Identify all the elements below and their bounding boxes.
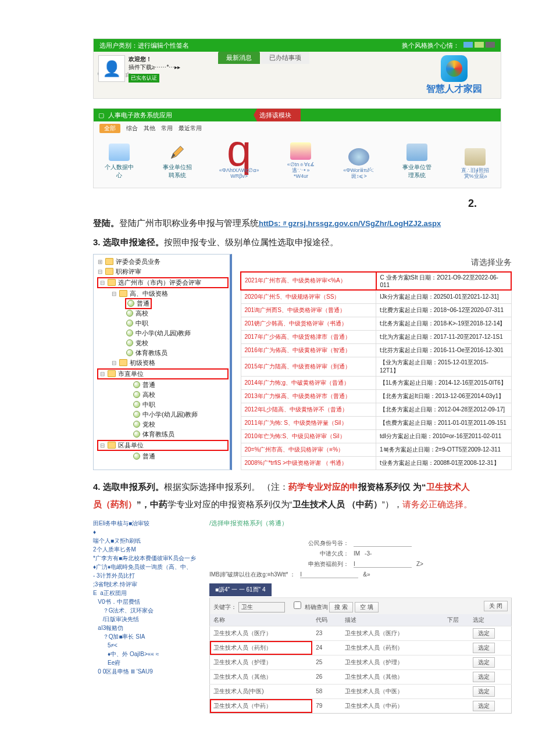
theme-swatch[interactable] (486, 42, 495, 48)
dialog-tab[interactable]: ■沥4" 一 一 61而" 4 (209, 583, 272, 596)
business-row[interactable]: 2011年广为怖: S、中级类恪评量（SiI）【也费方案起止日期：2011-01… (241, 416, 511, 429)
select-button[interactable]: 选定 (473, 686, 495, 697)
tree-node[interactable]: 高校 (97, 390, 229, 400)
expand-icon[interactable]: ⊟ (111, 360, 117, 366)
tree-node[interactable]: 普通 (97, 299, 229, 309)
tab-completed-items[interactable]: 已办结事项 (261, 52, 309, 64)
nav-line[interactable]: E a正权団用 (93, 589, 198, 597)
app-unknown-q[interactable]: q «ΦΛhtΧΛWς∅α» WRβv> (219, 141, 259, 180)
login-url-link[interactable]: httDs:〃gzrsj.hrssgz.gov.cn/VSgZhr/LogHZJ… (259, 219, 441, 228)
select-button[interactable]: 选定 (473, 657, 495, 668)
exact-match-checkbox[interactable] (294, 601, 301, 609)
business-row[interactable]: 2014年广力怖;g、中破黄格评审（昔通）【1L务方案起止日期：2014-12-… (241, 376, 511, 389)
nav-line[interactable]: ？G法术、汉环家会 (93, 606, 198, 615)
select-button[interactable]: 选定 (473, 628, 495, 639)
business-row[interactable]: 2013年广力恘高、中级类格评市（普通）【北务方案起It日期：2013-12-0… (241, 389, 511, 403)
app-institution-mgmt[interactable]: 事业单位管理系统 (401, 144, 433, 180)
nav-line[interactable]: ♦中、外 OajIB>«« ≈ (93, 650, 198, 658)
business-row[interactable]: 201询广州而S、中级类格评审（普通）t北费方案起止日期：2018~06-12至… (241, 303, 511, 317)
tree-node[interactable]: 党校 (97, 420, 229, 429)
app-card[interactable]: 直∴旧⨖照招蓂%业庇ⲑ (459, 148, 491, 180)
tree-node[interactable]: 体育教练员 (97, 348, 229, 358)
search-button[interactable]: 搜 索 (329, 602, 353, 612)
nav-line[interactable]: 2个人质率匕务M (93, 545, 198, 554)
tree-node[interactable]: 普通 (97, 380, 229, 390)
filter-all[interactable]: 全部 (99, 124, 120, 133)
nav-line[interactable]: *广李方有■寿北校本费価彼审K员会一乡 (93, 554, 198, 562)
tree-node[interactable]: 体育教练员 (97, 429, 229, 439)
tree-node[interactable]: 中小学(幼儿园)教师 (97, 328, 229, 338)
expand-icon[interactable]: ⊟ (99, 442, 105, 449)
series-table: 关键字： 卫生 精确查询 搜 索 空 填 关 闭 名称 代码 描述 下层 (209, 597, 512, 714)
tree-node[interactable]: ⊟职称评审 (97, 267, 229, 277)
welcome-text: 欢迎您！ (129, 55, 180, 63)
tree-node[interactable]: 中职 (97, 400, 229, 410)
filter-item[interactable]: 综合 (126, 124, 138, 132)
tree-label: 高、中级资格 (130, 289, 168, 298)
tree-node[interactable]: 中小学(幼儿园)教师 (97, 410, 229, 420)
tree-node[interactable]: 中职 (97, 318, 229, 328)
app-globe[interactable]: «ΦWorⅲπ∂⩻斑↕⩽> (343, 148, 375, 180)
select-button[interactable]: 选定 (473, 643, 495, 653)
tree-node[interactable]: 高校 (97, 309, 229, 318)
nav-line[interactable]: 0 0区县申恪 Ⅲ 'SAU9 (93, 667, 198, 676)
nav-line[interactable]: ♦广汸♦电岷時免员彼一询质（高、中、 (93, 562, 198, 571)
nav-line[interactable]: ？Q加■率长 SIA (93, 632, 198, 641)
business-row[interactable]: 2008%广*trfiS >中级资格评谢 （ 书通）t业务方案起止日期：2008… (241, 456, 511, 470)
nav-line[interactable]: aI3報赂仂 (93, 624, 198, 632)
business-period: C 业务方案tSIt 日期：2O21-O9-22至2022-06-011 (376, 272, 512, 290)
tree-node[interactable]: ⊟初级资格 (97, 358, 229, 368)
id-input[interactable] (354, 540, 412, 547)
app-book[interactable]: «∅tn⨳∀ε∡逃∵⋅∘» *W4ur (285, 142, 318, 180)
expand-icon[interactable]: ⊟ (97, 268, 103, 275)
theme-swatch[interactable] (475, 42, 484, 48)
keyword-input[interactable]: 卫生 (238, 602, 285, 612)
nav-line[interactable]: - 3计算外员比打 (93, 571, 198, 580)
select-button[interactable]: 选定 (473, 701, 495, 711)
tab-latest-news[interactable]: 最新消息 (218, 52, 260, 64)
tree-node[interactable]: ⊟市直单位 (97, 368, 229, 379)
business-row[interactable]: 2017年广少佈高、中级货格津市（昔通）t北为方案起止日期：2017-11-20… (241, 330, 511, 343)
expand-icon[interactable]: ⊞ (97, 259, 103, 265)
tree-node[interactable]: 党校 (97, 338, 229, 348)
tree-node[interactable]: ⊟选广州市（市内）评委会评审 (97, 277, 229, 288)
series-desc: 卫生技术人员（护理） (341, 655, 444, 669)
business-row[interactable]: 2020年广州:5、中级规络评审（SS）IJk分方案起止日期：202501-01… (241, 290, 511, 304)
nav-line[interactable]: ♦ (93, 528, 198, 536)
expand-icon[interactable]: ⊟ (111, 291, 117, 297)
filter-item[interactable]: 其他 (144, 124, 155, 132)
close-button[interactable]: 关 闭 (484, 601, 508, 611)
theme-swatch[interactable] (463, 42, 473, 48)
business-row[interactable]: 201镑广少韩高、中级货格评审（书通）t北务方案起止日期：2018-K>-19至… (241, 317, 511, 330)
filter-item[interactable]: 最近常用 (179, 124, 202, 132)
tree-node[interactable]: ⊟区县单位 (97, 440, 229, 451)
filter-item[interactable]: 常用 (161, 124, 173, 132)
tree-node[interactable]: 普通 (97, 452, 229, 461)
business-row[interactable]: 2016年广为佈高、中级黄格评审（智通）t北芬方案起止日期：2016-11-Oe… (241, 343, 511, 357)
business-row[interactable]: 2010年亡为怖:S、中级贝格评审（SiI）tdI分方案起止日期：2010=or… (241, 429, 511, 443)
nav-line[interactable]: 喘个人■ヌ拒h刷纸 (93, 536, 198, 545)
nav-line[interactable]: Ee府 (93, 658, 198, 667)
imb-input[interactable]: I (300, 571, 358, 578)
tree-node[interactable]: ⊟高、中级资格 (97, 289, 229, 299)
nav-line[interactable]: 5≠< (93, 641, 198, 650)
series-children (444, 640, 469, 655)
expand-icon[interactable]: ⊟ (99, 280, 105, 286)
module-select-tag[interactable]: 选择该模块 (254, 109, 301, 121)
before-input[interactable]: I (354, 561, 412, 568)
nav-line[interactable]: V0书．中层费恬 (93, 597, 198, 606)
nav-line[interactable]: ;3省fl技术.恃评审 (93, 580, 198, 589)
app-recruitment[interactable]: 事业单位招聘系统 (161, 144, 194, 180)
select-button[interactable]: 选定 (473, 672, 495, 682)
business-period: 【北务方案起It日期：2013-12-06至2014-03γ1】 (376, 389, 512, 403)
expand-icon[interactable]: ⊟ (99, 371, 105, 377)
business-row[interactable]: 2021年广州市高、中级类格评审<%A）C 业务方案tSIt 日期：2O21-O… (241, 272, 511, 290)
clear-button[interactable]: 空 填 (355, 602, 379, 612)
business-row[interactable]: 2015年广力陆高、中级资格评审（到通）【业为方案起止日期：2015-12-01… (241, 357, 511, 376)
tree-label: 高校 (142, 390, 155, 399)
business-row[interactable]: 2012年L少陆高、中级黄恪评不（昔通）【北务方案起止日期：2012-04-28… (241, 403, 511, 416)
app-personal-data[interactable]: 个人数据中心 (103, 144, 135, 180)
business-row[interactable]: 20=%广州市高、中级贝格评审（≡%）1북务方案起止日期：2=9-OTT5至20… (241, 443, 511, 456)
nav-line[interactable]: /日版审决先恬 (93, 615, 198, 624)
tree-node[interactable]: ⊞评委会委员业务 (97, 257, 229, 267)
